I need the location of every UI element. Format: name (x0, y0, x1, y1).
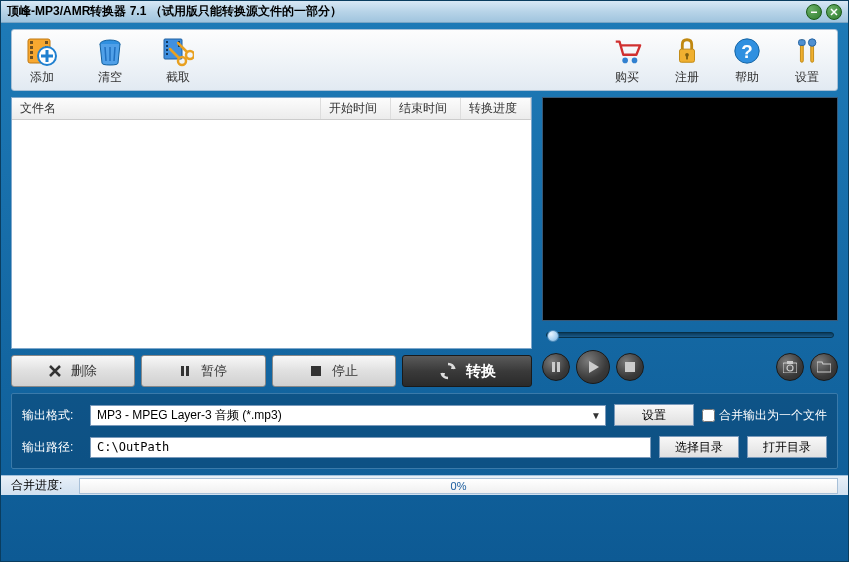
svg-rect-3 (30, 46, 33, 49)
list-header: 文件名 开始时间 结束时间 转换进度 (12, 98, 531, 120)
svg-rect-15 (166, 49, 168, 51)
help-button[interactable]: ? 帮助 (725, 33, 769, 88)
file-list[interactable]: 文件名 开始时间 结束时间 转换进度 (11, 97, 532, 349)
cut-button[interactable]: 截取 (156, 33, 200, 88)
content: 添加 清空 截取 (1, 23, 848, 561)
svg-rect-2 (30, 41, 33, 44)
player-controls (542, 347, 838, 387)
titlebar[interactable]: 顶峰-MP3/AMR转换器 7.1 （试用版只能转换源文件的一部分） (1, 1, 848, 23)
convert-label: 转换 (466, 362, 496, 381)
path-row: 输出路径: 选择目录 打开目录 (22, 436, 827, 458)
window-title: 顶峰-MP3/AMR转换器 7.1 （试用版只能转换源文件的一部分） (7, 3, 806, 20)
col-start-time[interactable]: 开始时间 (321, 98, 391, 119)
format-value: MP3 - MPEG Layer-3 音频 (*.mp3) (97, 407, 282, 424)
merge-checkbox[interactable] (702, 409, 715, 422)
svg-text:?: ? (741, 40, 752, 61)
trash-icon (94, 35, 126, 67)
chevron-down-icon: ▼ (591, 410, 601, 421)
merge-progress-bar: 0% (79, 478, 838, 494)
convert-button[interactable]: 转换 (402, 355, 532, 387)
delete-label: 删除 (71, 362, 97, 380)
svg-rect-6 (45, 41, 48, 44)
action-row: 删除 暂停 停止 转换 (11, 355, 532, 387)
refresh-icon (438, 361, 458, 381)
tools-icon (791, 35, 823, 67)
help-label: 帮助 (735, 69, 759, 86)
close-button[interactable] (826, 4, 842, 20)
help-icon: ? (731, 35, 763, 67)
player-pause-button[interactable] (542, 353, 570, 381)
add-button[interactable]: 添加 (20, 33, 64, 88)
left-panel: 文件名 开始时间 结束时间 转换进度 删除 暂停 (11, 97, 532, 387)
output-path-input[interactable] (90, 437, 651, 458)
cart-icon (611, 35, 643, 67)
svg-rect-34 (311, 366, 321, 376)
svg-rect-16 (166, 53, 168, 55)
output-settings: 输出格式: MP3 - MPEG Layer-3 音频 (*.mp3) ▼ 设置… (11, 393, 838, 469)
svg-point-39 (787, 365, 793, 371)
svg-rect-32 (181, 366, 184, 376)
svg-rect-0 (811, 11, 817, 13)
register-button[interactable]: 注册 (665, 33, 709, 88)
delete-button[interactable]: 删除 (11, 355, 135, 387)
svg-rect-5 (30, 56, 33, 59)
cut-label: 截取 (166, 69, 190, 86)
svg-rect-37 (625, 362, 635, 372)
format-label: 输出格式: (22, 407, 82, 424)
merge-progress-text: 0% (451, 480, 467, 492)
x-icon (49, 365, 61, 377)
choose-dir-button[interactable]: 选择目录 (659, 436, 739, 458)
stop-label: 停止 (332, 362, 358, 380)
lock-icon (671, 35, 703, 67)
svg-rect-14 (166, 45, 168, 47)
buy-button[interactable]: 购买 (605, 33, 649, 88)
clear-button[interactable]: 清空 (88, 33, 132, 88)
player-stop-button[interactable] (616, 353, 644, 381)
svg-rect-40 (787, 361, 793, 364)
seek-slider (542, 325, 838, 345)
pause-label: 暂停 (201, 362, 227, 380)
seek-track[interactable] (546, 332, 834, 338)
player-play-button[interactable] (576, 350, 610, 384)
window-controls (806, 4, 842, 20)
status-footer: 合并进度: 0% (1, 475, 848, 495)
svg-rect-13 (166, 41, 168, 43)
stop-button[interactable]: 停止 (272, 355, 396, 387)
col-end-time[interactable]: 结束时间 (391, 98, 461, 119)
snapshot-button[interactable] (776, 353, 804, 381)
svg-point-21 (622, 57, 628, 63)
settings-label: 设置 (795, 69, 819, 86)
merge-label: 合并输出为一个文件 (719, 407, 827, 424)
col-filename[interactable]: 文件名 (12, 98, 321, 119)
svg-rect-29 (799, 39, 806, 45)
clear-label: 清空 (98, 69, 122, 86)
settings-button[interactable]: 设置 (785, 33, 829, 88)
main-toolbar: 添加 清空 截取 (11, 29, 838, 91)
merge-checkbox-wrap[interactable]: 合并输出为一个文件 (702, 407, 827, 424)
add-label: 添加 (30, 69, 54, 86)
svg-rect-35 (552, 362, 555, 372)
svg-rect-33 (186, 366, 189, 376)
merge-progress-label: 合并进度: (11, 477, 71, 494)
format-combobox[interactable]: MP3 - MPEG Layer-3 音频 (*.mp3) ▼ (90, 405, 606, 426)
svg-rect-36 (557, 362, 560, 372)
main-area: 文件名 开始时间 结束时间 转换进度 删除 暂停 (11, 97, 838, 387)
format-row: 输出格式: MP3 - MPEG Layer-3 音频 (*.mp3) ▼ 设置… (22, 404, 827, 426)
pause-icon (179, 365, 191, 377)
format-settings-button[interactable]: 设置 (614, 404, 694, 426)
seek-thumb[interactable] (547, 330, 559, 342)
open-folder-button[interactable] (810, 353, 838, 381)
col-progress[interactable]: 转换进度 (461, 98, 531, 119)
open-dir-button[interactable]: 打开目录 (747, 436, 827, 458)
svg-rect-4 (30, 51, 33, 54)
player-panel (542, 97, 838, 387)
svg-point-31 (808, 38, 816, 46)
add-film-icon (26, 35, 58, 67)
pause-button[interactable]: 暂停 (141, 355, 265, 387)
svg-point-22 (632, 57, 638, 63)
minimize-button[interactable] (806, 4, 822, 20)
svg-rect-25 (686, 54, 688, 59)
video-preview[interactable] (542, 97, 838, 321)
app-window: 顶峰-MP3/AMR转换器 7.1 （试用版只能转换源文件的一部分） 添加 清 (0, 0, 849, 562)
buy-label: 购买 (615, 69, 639, 86)
